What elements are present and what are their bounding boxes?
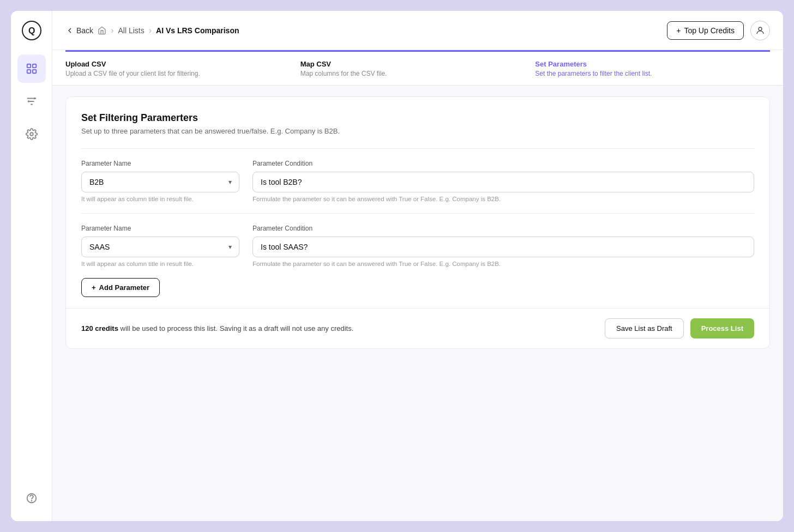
param-2-condition-hint: Formulate the parameter so it can be ans… <box>252 261 754 267</box>
step-params-title: Set Parameters <box>535 60 770 68</box>
param-1-condition-hint: Formulate the parameter so it can be ans… <box>252 196 754 202</box>
add-param-icon: + <box>92 283 96 292</box>
form-title: Set Filtering Paramerters <box>81 112 754 124</box>
sidebar-item-help[interactable] <box>17 484 46 512</box>
separator-1: › <box>111 26 113 35</box>
header-actions: + Top Up Credits <box>667 21 770 40</box>
param-2-name-label: Parameter Name <box>81 225 239 232</box>
param-2-name-select[interactable]: B2B SAAS <box>81 237 239 257</box>
breadcrumb-current: AI Vs LRS Comparison <box>156 26 239 35</box>
add-parameter-button[interactable]: + Add Parameter <box>81 278 160 297</box>
param-1-name-col: Parameter Name B2B SAAS ▾ It will appear… <box>81 160 239 202</box>
param-1-condition-input[interactable] <box>252 172 754 192</box>
home-icon <box>98 26 106 35</box>
steps-bar: Upload CSV Upload a CSV file of your cli… <box>52 50 783 86</box>
step-params-desc: Set the parameters to filter the client … <box>535 70 770 77</box>
param-1-condition-col: Parameter Condition Formulate the parame… <box>252 160 754 202</box>
footer-buttons: Save List as Draft Process List <box>605 318 754 338</box>
param-2-name-hint: It will appear as column title in result… <box>81 261 239 267</box>
breadcrumb-all-lists[interactable]: All Lists <box>118 26 144 35</box>
step-map-title: Map CSV <box>300 60 536 68</box>
header: Back › All Lists › AI Vs LRS Comparison … <box>52 11 783 50</box>
step-upload-title: Upload CSV <box>65 60 300 68</box>
top-up-icon: + <box>676 26 681 35</box>
param-2-condition-input[interactable] <box>252 237 754 257</box>
step-params: Set Parameters Set the parameters to fil… <box>535 50 770 85</box>
svg-rect-3 <box>32 64 35 68</box>
add-param-label: Add Parameter <box>99 283 149 292</box>
footer-bar: 120 credits will be used to process this… <box>66 308 769 348</box>
param-1-select-wrapper: B2B SAAS ▾ <box>81 172 239 192</box>
param-2-name-col: Parameter Name B2B SAAS ▾ It will appear… <box>81 225 239 267</box>
app-container: Q <box>11 11 783 521</box>
sidebar-item-settings[interactable] <box>17 120 46 148</box>
form-card: Set Filtering Paramerters Set up to thre… <box>65 96 770 349</box>
svg-rect-5 <box>32 70 35 73</box>
svg-point-14 <box>759 27 762 31</box>
step-upload-desc: Upload a CSV file of your client list fo… <box>65 70 300 77</box>
svg-rect-4 <box>27 70 30 73</box>
param-row-2: Parameter Name B2B SAAS ▾ It will appear… <box>81 225 754 267</box>
back-label: Back <box>76 26 93 35</box>
separator-2: › <box>149 26 152 35</box>
param-1-name-select[interactable]: B2B SAAS <box>81 172 239 192</box>
param-2-select-wrapper: B2B SAAS ▾ <box>81 237 239 257</box>
main-content: Back › All Lists › AI Vs LRS Comparison … <box>52 11 783 521</box>
form-subtitle: Set up to three parameters that can be a… <box>81 127 754 135</box>
top-up-button[interactable]: + Top Up Credits <box>667 21 744 40</box>
back-button[interactable]: Back <box>65 26 93 35</box>
credits-text: 120 credits will be used to process this… <box>81 324 353 332</box>
param-1-condition-label: Parameter Condition <box>252 160 754 167</box>
save-draft-button[interactable]: Save List as Draft <box>605 318 684 338</box>
credits-suffix: will be used to process this list. Savin… <box>121 324 354 332</box>
param-2-condition-col: Parameter Condition Formulate the parame… <box>252 225 754 267</box>
svg-point-13 <box>31 500 32 501</box>
divider-1 <box>81 148 754 149</box>
sidebar-item-dashboard[interactable] <box>17 55 46 83</box>
sidebar-item-filters[interactable] <box>17 87 46 116</box>
logo: Q <box>21 20 43 41</box>
param-2-condition-label: Parameter Condition <box>252 225 754 232</box>
page-body: Upload CSV Upload a CSV file of your cli… <box>52 50 783 521</box>
credits-count: 120 credits <box>81 324 118 332</box>
param-1-name-label: Parameter Name <box>81 160 239 167</box>
process-list-button[interactable]: Process List <box>690 318 754 338</box>
breadcrumb: Back › All Lists › AI Vs LRS Comparison <box>65 26 239 35</box>
svg-point-10 <box>33 98 35 100</box>
svg-point-11 <box>30 132 33 136</box>
svg-rect-2 <box>27 64 30 68</box>
svg-point-9 <box>27 100 29 102</box>
sidebar: Q <box>11 11 52 521</box>
param-row-1: Parameter Name B2B SAAS ▾ It will appear… <box>81 160 754 202</box>
step-map-desc: Map columns for the CSV file. <box>300 70 536 77</box>
svg-text:Q: Q <box>28 26 35 35</box>
param-1-name-hint: It will appear as column title in result… <box>81 196 239 202</box>
top-up-label: Top Up Credits <box>684 26 735 35</box>
step-upload: Upload CSV Upload a CSV file of your cli… <box>65 50 300 85</box>
divider-2 <box>81 213 754 214</box>
step-map: Map CSV Map columns for the CSV file. <box>300 50 536 85</box>
user-avatar[interactable] <box>750 21 770 40</box>
